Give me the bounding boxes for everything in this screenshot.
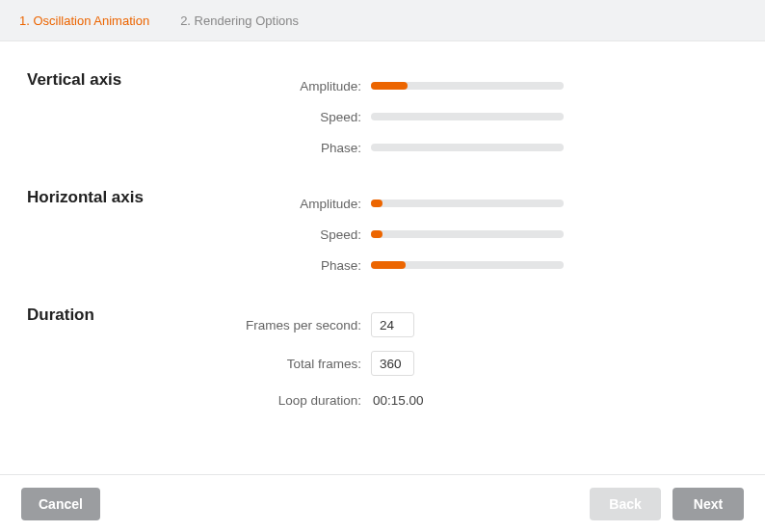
slider-fill	[371, 200, 382, 207]
label-horizontal-speed: Speed:	[217, 227, 371, 242]
section-heading-duration: Duration	[0, 306, 217, 417]
value-loop-duration: 00:15.00	[371, 393, 424, 408]
label-fps: Frames per second:	[217, 318, 371, 332]
cancel-button[interactable]: Cancel	[21, 488, 100, 520]
dialog-content: Vertical axis Amplitude: Speed: Phase:	[0, 41, 765, 474]
slider-fill	[371, 261, 406, 269]
dialog-footer: Cancel Back Next	[0, 474, 765, 532]
label-vertical-phase: Phase:	[217, 141, 371, 155]
slider-horizontal-speed[interactable]	[371, 230, 564, 238]
label-vertical-speed: Speed:	[217, 110, 371, 124]
slider-fill	[371, 230, 382, 238]
input-total-frames[interactable]	[371, 351, 414, 376]
slider-horizontal-amplitude[interactable]	[371, 200, 564, 207]
tabs-header: 1. Oscillation Animation 2. Rendering Op…	[0, 0, 765, 41]
slider-fill	[371, 82, 408, 90]
slider-vertical-phase[interactable]	[371, 144, 564, 151]
label-total-frames: Total frames:	[217, 357, 371, 371]
label-horizontal-amplitude: Amplitude:	[217, 197, 371, 211]
input-fps[interactable]	[371, 312, 414, 337]
slider-vertical-speed[interactable]	[371, 113, 564, 120]
label-loop-duration: Loop duration:	[217, 393, 371, 408]
next-button[interactable]: Next	[673, 488, 744, 520]
back-button[interactable]: Back	[590, 488, 661, 520]
section-heading-vertical: Vertical axis	[0, 70, 217, 163]
tab-oscillation-animation[interactable]: 1. Oscillation Animation	[19, 13, 149, 28]
label-vertical-amplitude: Amplitude:	[217, 79, 371, 93]
label-horizontal-phase: Phase:	[217, 258, 371, 273]
tab-rendering-options[interactable]: 2. Rendering Options	[180, 13, 299, 28]
slider-horizontal-phase[interactable]	[371, 261, 564, 269]
slider-vertical-amplitude[interactable]	[371, 82, 564, 90]
section-heading-horizontal: Horizontal axis	[0, 188, 217, 280]
